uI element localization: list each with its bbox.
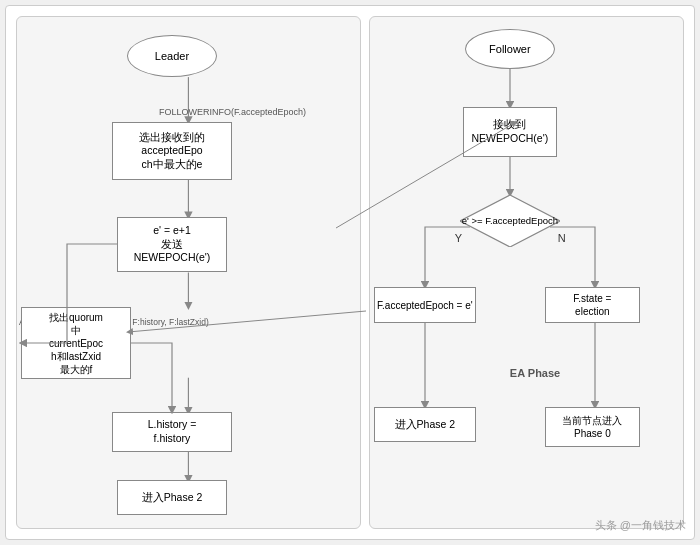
main-container: Leader 选出接收到的 acceptedEpo ch中最大的e e' = e… [5, 5, 695, 540]
leader-node: Leader [127, 35, 217, 77]
left-panel: Leader 选出接收到的 acceptedEpo ch中最大的e e' = e… [16, 16, 361, 529]
left-node4: L.history = f.history [112, 412, 232, 452]
followerinfo-label: FOLLOWERINFO(F.acceptedEpoch) [159, 107, 306, 117]
right-diamond: e' >= F.acceptedEpoch [460, 195, 560, 247]
ea-phase-label: EA Phase [510, 367, 560, 379]
right-yes-node: F.acceptedEpoch = e' [374, 287, 476, 323]
left-node1: 选出接收到的 acceptedEpo ch中最大的e [112, 122, 232, 180]
right-arrows [370, 17, 683, 528]
left-node3: 找出quorum 中 currentEpoc h和lastZxid 最大的f [21, 307, 131, 379]
right-panel: Follower 接收到 NEWEPOCH(e') e' >= F.accept… [369, 16, 684, 529]
n-label: N [558, 232, 566, 244]
right-phase2: 进入Phase 2 [374, 407, 476, 442]
watermark: 头条 @一角钱技术 [595, 518, 686, 533]
right-node1: 接收到 NEWEPOCH(e') [463, 107, 557, 157]
left-node2: e' = e+1 发送 NEWEPOCH(e') [117, 217, 227, 272]
left-phase2: 进入Phase 2 [117, 480, 227, 515]
follower-node: Follower [465, 29, 555, 69]
right-no-node: F.state = election [545, 287, 640, 323]
y-label: Y [455, 232, 462, 244]
right-phase0: 当前节点进入 Phase 0 [545, 407, 640, 447]
